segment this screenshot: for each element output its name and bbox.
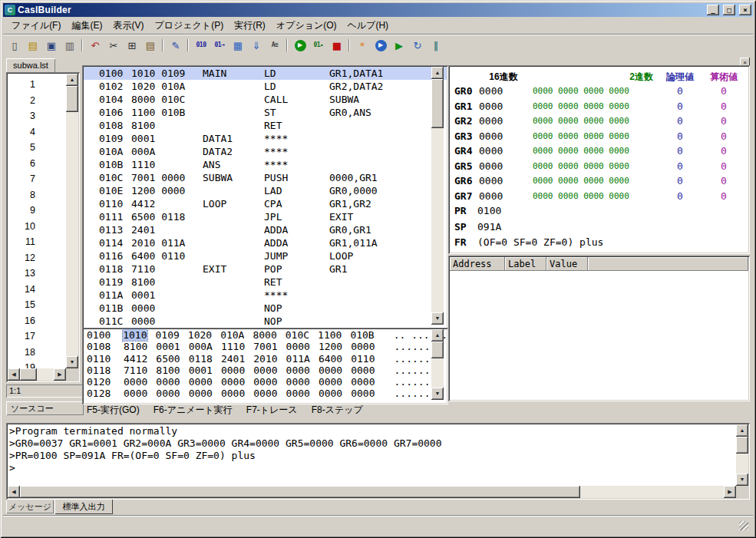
memory-window-button[interactable]: ▦	[229, 37, 247, 54]
open-file-button[interactable]: ▤	[24, 37, 42, 54]
listing-row[interactable]: 01198100RET	[84, 276, 447, 289]
tab-source-file[interactable]: subwa.lst	[6, 58, 55, 73]
menu-item[interactable]: プロジェクト(P)	[149, 18, 229, 34]
scroll-down-button[interactable]: ▼	[736, 474, 748, 486]
memory-word[interactable]: 0110	[351, 353, 375, 365]
memory-word[interactable]: 0000	[221, 388, 245, 399]
paste-button[interactable]: ▤	[141, 37, 160, 54]
column-header-label[interactable]: Label	[505, 257, 546, 271]
listing-row[interactable]: 01116500 0118JPLEXIT	[84, 210, 447, 223]
listing-row[interactable]: 01090001DATA1****	[84, 132, 447, 145]
memory-word[interactable]: 1020	[188, 329, 212, 341]
console-panel[interactable]: >Program terminated normally>GR0=0037 GR…	[6, 423, 750, 500]
memory-word[interactable]: 1100	[318, 329, 342, 341]
memory-word[interactable]: 0000	[286, 365, 310, 376]
column-header-value[interactable]: Value	[546, 257, 588, 271]
listing-row[interactable]: 01001010 0109MAINLDGR1,DATA1	[84, 67, 447, 80]
listing-row[interactable]: 01142010 011AADDAGR1,011A	[84, 236, 447, 249]
step-run-button[interactable]: 01▸	[309, 37, 328, 54]
menu-item[interactable]: ファイル(F)	[6, 18, 66, 34]
memory-word[interactable]: 0000	[351, 388, 375, 399]
memory-word[interactable]: 0000	[124, 376, 147, 388]
memory-word[interactable]: 010C	[286, 329, 309, 341]
scroll-down-button[interactable]: ▼	[431, 312, 444, 325]
load-memory-button[interactable]: ⇓	[247, 37, 266, 54]
memory-word[interactable]: 6500	[156, 353, 180, 365]
maximize-button[interactable]: □	[723, 5, 735, 15]
memory-word[interactable]: 0001	[156, 341, 180, 352]
scroll-up-button[interactable]: ▲	[66, 74, 78, 86]
memory-word[interactable]: 0000	[319, 365, 342, 376]
memory-row[interactable]: 012800000000000000000000000000000000....…	[84, 388, 447, 399]
memory-word[interactable]: 7001	[253, 341, 277, 352]
listing-row[interactable]: 010C7001 0000SUBWAPUSH0000,GR1	[84, 171, 447, 184]
scrollbar-thumb[interactable]	[66, 86, 78, 112]
show-binary-button[interactable]: 010	[192, 37, 210, 54]
save-button[interactable]: ▣	[42, 37, 61, 54]
memory-word[interactable]: 011A	[286, 353, 310, 365]
source-vertical-scrollbar[interactable]: ▲ ▼	[66, 74, 78, 368]
memory-word[interactable]: 0000	[286, 341, 310, 352]
memory-word[interactable]: 0000	[253, 365, 277, 376]
tab-source-code[interactable]: ソースコー	[6, 401, 84, 415]
trace-button[interactable]: ↻	[408, 37, 427, 54]
binary-convert-button[interactable]: 01→	[210, 37, 229, 54]
memory-word[interactable]: 1010	[123, 329, 147, 341]
memory-word[interactable]: 0001	[189, 365, 213, 376]
memory-word[interactable]: 7110	[124, 365, 147, 376]
memory-word[interactable]: 000A	[189, 341, 213, 352]
pause-button[interactable]: ‖	[427, 37, 445, 54]
memory-word[interactable]: 8100	[124, 341, 147, 352]
memory-word[interactable]: 6400	[319, 353, 342, 365]
scroll-left-button[interactable]: ◀	[8, 368, 20, 381]
memory-word[interactable]: 1110	[221, 341, 245, 352]
close-button[interactable]: ×	[739, 5, 751, 15]
copy-button[interactable]: ⊞	[123, 37, 141, 54]
memory-word[interactable]: 0000	[351, 365, 375, 376]
menu-item[interactable]: 表示(V)	[107, 18, 149, 34]
memory-word[interactable]: 0000	[253, 388, 277, 399]
memory-row[interactable]: 0100101001091020010A8000010C1100010B.. .…	[84, 329, 447, 341]
memory-word[interactable]: 0000	[351, 341, 375, 352]
memory-row[interactable]: 011044126500011824012010011A64000110....…	[84, 353, 447, 365]
memory-view[interactable]: 0100101001091020010A8000010C1100010B.. .…	[82, 328, 448, 404]
memory-word[interactable]: 0000	[189, 388, 213, 399]
title-bar[interactable]: C CaslBuilder _ □ ×	[3, 3, 753, 17]
memory-word[interactable]: 2401	[221, 353, 245, 365]
memory-word[interactable]: 0000	[189, 376, 213, 388]
run-button[interactable]: ▶	[291, 37, 309, 54]
scroll-up-button[interactable]: ▲	[431, 329, 444, 342]
animate-run-button[interactable]: ▶	[371, 37, 390, 54]
memory-word[interactable]: 8100	[156, 365, 180, 376]
listing-row[interactable]: 01104412LOOPCPAGR1,GR2	[84, 197, 447, 210]
scroll-left-button[interactable]: ◀	[8, 486, 20, 498]
go-button[interactable]: ▶	[390, 37, 408, 54]
memory-word[interactable]: 0000	[286, 388, 310, 399]
listing-vertical-scrollbar[interactable]: ▲ ▼	[431, 67, 444, 325]
scroll-right-button[interactable]: ▶	[724, 486, 736, 498]
memory-word[interactable]: 4412	[124, 353, 147, 365]
memory-row[interactable]: 011871108100000100000000000000000000....…	[84, 365, 447, 376]
memory-word[interactable]: 0000	[351, 376, 375, 388]
memory-word[interactable]: 010B	[350, 329, 374, 341]
resize-grip-icon[interactable]	[739, 521, 748, 530]
listing-row[interactable]: 010B1110ANS****	[84, 158, 447, 171]
memory-word[interactable]: 0000	[286, 376, 310, 388]
memory-word[interactable]: 0000	[124, 388, 147, 399]
minimize-button[interactable]: _	[707, 5, 719, 15]
memory-vertical-scrollbar[interactable]: ▲ ▼	[431, 329, 444, 400]
listing-row[interactable]: 01166400 0110JUMPLOOP	[84, 249, 447, 262]
memory-word[interactable]: 0109	[156, 329, 180, 341]
menu-item[interactable]: オプション(O)	[271, 18, 342, 34]
convert-button[interactable]: A≡	[266, 37, 284, 54]
scrollbar-thumb[interactable]	[431, 342, 444, 358]
listing-row[interactable]: 011C0000NOP	[84, 315, 447, 328]
memory-word[interactable]: 8000	[253, 329, 276, 341]
listing-row[interactable]: 01187110EXITPOPGR1	[84, 262, 447, 276]
assemble-button[interactable]: ✎	[167, 37, 185, 54]
memory-word[interactable]: 010A	[220, 329, 244, 341]
console-vertical-scrollbar[interactable]: ▲ ▼	[736, 424, 748, 486]
console-horizontal-scrollbar[interactable]: ◀ ▶	[8, 486, 736, 498]
tab-standard-io[interactable]: 標準入出力	[54, 500, 113, 514]
listing-row[interactable]: 01132401ADDAGR0,GR1	[84, 223, 447, 236]
